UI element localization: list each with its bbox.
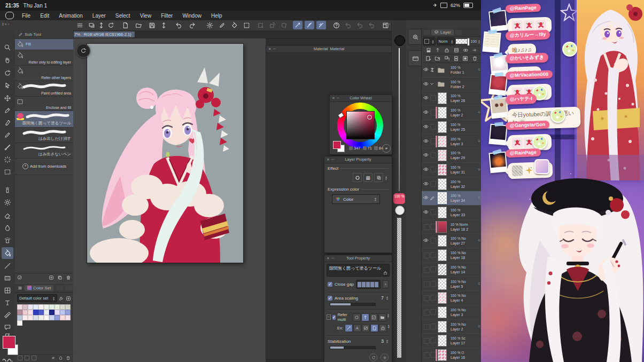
tab-layer-search[interactable] (455, 30, 462, 35)
rotate-view-icon[interactable] (106, 21, 115, 29)
layer-row[interactable]: 100 % NoLayer 18 (422, 248, 482, 263)
color-swatch[interactable] (28, 304, 33, 310)
tool-blend-icon[interactable] (2, 222, 13, 234)
layer-thumbnail[interactable] (438, 221, 447, 233)
opacity-slider-track[interactable] (397, 218, 401, 358)
layerprop-minimize-icon[interactable]: ─ (331, 158, 336, 161)
timelapse-badge-icon[interactable] (76, 44, 90, 58)
layer-thumbnail[interactable] (438, 235, 447, 247)
layer-row[interactable]: 100 % NoLayer 27≡ (422, 234, 482, 248)
layer-row[interactable]: 100 % NoLayer 5≡ (422, 277, 482, 292)
color-swatch[interactable] (22, 310, 28, 315)
layer-thumbnail[interactable] (438, 249, 447, 261)
color-swatch[interactable] (60, 304, 65, 310)
layer-row[interactable]: 100 %Layer 34≡ (422, 191, 482, 206)
subview-button[interactable] (408, 50, 423, 66)
layer-color-effect-icon[interactable] (374, 173, 383, 182)
color-swatch[interactable] (49, 310, 55, 315)
layer-visibility-eye-icon[interactable] (423, 81, 429, 86)
subtool-item[interactable]: はみ出しだけ消す (15, 128, 73, 143)
color-swatch[interactable] (33, 315, 38, 320)
tool-eraser-icon[interactable] (2, 210, 13, 222)
color-swatch[interactable] (55, 304, 60, 310)
expression-color-dropdown[interactable]: Color ▲▼ (332, 194, 380, 204)
color-swatch[interactable] (55, 310, 60, 315)
app-logo[interactable] (5, 12, 14, 19)
lock-alpha-icon[interactable] (454, 48, 459, 53)
refer-selected-layers-icon[interactable] (370, 313, 378, 321)
reference-layer-icon[interactable] (435, 48, 440, 53)
color-swatch[interactable] (44, 304, 49, 310)
fill-tool-icon[interactable] (229, 21, 239, 29)
menu-animation[interactable]: Animation (54, 13, 87, 19)
menu-window[interactable]: Window (177, 13, 206, 19)
wheel-foreground-swatch[interactable] (333, 141, 341, 149)
color-swatch[interactable] (28, 315, 33, 320)
wheel-mode-toggle-icon[interactable] (382, 144, 391, 153)
add-color-icon[interactable] (66, 296, 71, 301)
reset-a-icon[interactable] (343, 21, 353, 29)
menu-layer[interactable]: Layer (88, 13, 111, 19)
subtool-add-downloads[interactable]: +Add from downloads (15, 159, 73, 175)
tool-brush-icon[interactable] (2, 141, 13, 153)
layer-visibility-empty[interactable] (424, 224, 430, 230)
layer-visibility-empty[interactable] (424, 352, 430, 358)
add-swatch-icon[interactable] (58, 356, 63, 360)
menu-help[interactable]: Help (206, 13, 227, 19)
subtool-view-icon[interactable] (17, 275, 22, 280)
tab-layer-alt[interactable] (423, 30, 430, 35)
layer-visibility-empty[interactable] (424, 324, 430, 330)
layer-row[interactable]: 100 % OLayer 16 (422, 348, 482, 362)
layer-visibility-eye-icon[interactable] (423, 138, 429, 144)
opacity-stepper[interactable]: ▲▼ (478, 40, 480, 44)
color-swatch[interactable] (38, 310, 44, 315)
layer-visibility-empty[interactable] (424, 267, 430, 273)
subtool-item[interactable]: Enclose and fill (15, 97, 73, 111)
color-set-dropdown[interactable]: Default color set ▲▼ (17, 294, 57, 302)
color-swatch[interactable] (17, 320, 22, 326)
tool-eyedropper-icon[interactable] (2, 105, 13, 116)
tile-small-icon[interactable] (18, 356, 22, 360)
navigator-button[interactable] (408, 29, 423, 45)
layer-drag-handle[interactable]: ≡ (478, 110, 480, 115)
snap-ruler-icon[interactable] (293, 21, 302, 29)
color-swatch[interactable] (17, 310, 22, 315)
refer-folder-icon[interactable] (378, 313, 386, 321)
tile-large-icon[interactable] (32, 356, 36, 360)
tool-zoom-icon[interactable] (2, 42, 13, 53)
tab-color-history[interactable] (65, 286, 73, 290)
tile-medium-icon[interactable] (25, 356, 29, 360)
layer-row[interactable]: 100 % NoLayer 2≡ (422, 320, 482, 334)
layer-drag-handle[interactable]: ≡ (478, 324, 480, 329)
transform-scale-icon[interactable] (255, 21, 265, 29)
layer-thumbnail[interactable] (438, 92, 447, 104)
frame-tool-icon[interactable] (242, 21, 251, 29)
close-gap-expand-icon[interactable]: › (383, 280, 389, 288)
tool-figure-icon[interactable] (2, 260, 13, 272)
color-swatch[interactable] (33, 304, 38, 310)
layer-row[interactable]: 10 % NormLayer 18 2 (422, 220, 482, 234)
layer-thumbnail[interactable] (438, 121, 447, 133)
subtool-item[interactable]: Refer other layers (15, 66, 73, 81)
operation-icon[interactable] (205, 21, 214, 29)
delete-subtool-icon[interactable] (66, 275, 71, 280)
tool-airbrush-icon[interactable] (2, 184, 13, 196)
layer-row[interactable]: 100 %Layer 25 (422, 120, 482, 135)
layer-drag-handle[interactable]: ≡ (478, 167, 480, 172)
tool-pen-icon[interactable] (2, 117, 13, 129)
new-file-icon[interactable] (120, 21, 130, 29)
ruler-link-icon[interactable] (472, 48, 477, 53)
edit-color-set-icon[interactable] (59, 296, 64, 301)
layer-visibility-eye-icon[interactable] (423, 181, 429, 186)
stabilization-stepper[interactable]: ▲▼ (386, 339, 389, 343)
snap-grid-icon[interactable] (316, 21, 326, 29)
add-subtool-icon[interactable] (49, 275, 54, 280)
layer-visibility-empty[interactable] (424, 295, 430, 301)
fit-view-icon[interactable] (96, 21, 106, 29)
layer-row[interactable]: 100 %Layer 3≡ (422, 135, 482, 149)
layer-visibility-eye-icon[interactable] (423, 238, 429, 243)
layer-drag-handle[interactable]: ≡ (478, 139, 480, 144)
panel-menu-icon[interactable] (18, 286, 22, 290)
color-swatch[interactable] (55, 315, 60, 320)
color-swatch[interactable] (65, 304, 71, 310)
